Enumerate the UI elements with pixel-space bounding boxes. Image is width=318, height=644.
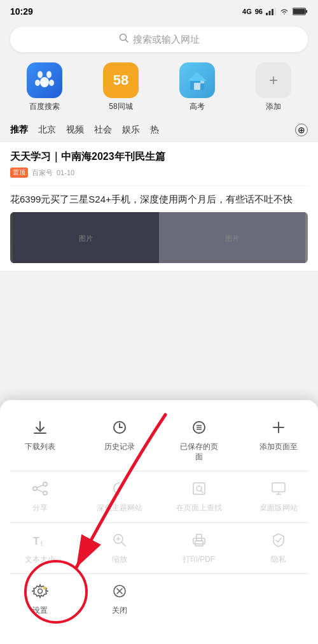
privacy-icon (270, 532, 287, 551)
quick-links: 百度搜索 58 58同城 高考 + 添加 (0, 59, 318, 118)
settings-icon (32, 583, 48, 602)
menu-share[interactable]: 分享 (0, 471, 80, 522)
tab-beijing[interactable]: 北京 (38, 124, 56, 136)
menu-add-page[interactable]: 添加页面至 (238, 410, 318, 471)
menu-close[interactable]: 关闭 (80, 574, 159, 625)
print-icon (191, 532, 207, 551)
add-icon: + (256, 62, 291, 98)
menu-privacy[interactable]: 隐私 (238, 523, 318, 574)
gaokao-icon (179, 62, 215, 98)
news-image-2: 图片图片 (10, 212, 308, 263)
58-icon: 58 (103, 62, 139, 98)
zoom-label: 缩放 (112, 555, 127, 565)
58-label: 58同城 (109, 101, 132, 112)
svg-line-8 (125, 40, 128, 43)
tab-video[interactable]: 视频 (66, 124, 84, 136)
bottom-menu: 下载列表 历史记录 已保存的页面 添加页面至 分享 (0, 400, 318, 644)
svg-rect-39 (272, 483, 285, 492)
news-item-2[interactable]: 花6399元买了三星S24+手机，深度使用两个月后，有些话不吐不快 图片图片 (10, 185, 308, 263)
svg-text:t: t (41, 540, 43, 547)
news-meta-1: 置顶 百家号 01-10 (10, 168, 308, 178)
svg-point-12 (49, 80, 54, 86)
status-icons: 4G 96 (242, 8, 308, 15)
svg-rect-2 (272, 9, 273, 15)
zoom-icon (111, 532, 128, 551)
add-page-label: 添加页面至 (259, 442, 298, 452)
desktop-site-icon (270, 480, 287, 499)
desktop-site-label: 桌面版网站 (259, 503, 298, 513)
menu-saved-pages[interactable]: 已保存的页面 (159, 410, 238, 471)
saved-pages-icon (191, 419, 207, 438)
svg-line-38 (201, 490, 203, 492)
gaokao-label: 高考 (190, 101, 205, 112)
quick-link-add[interactable]: + 添加 (248, 62, 299, 112)
svg-line-35 (37, 490, 43, 492)
menu-row-2: 分享 深色主题网站 在页面上查找 桌面版网站 (0, 471, 318, 522)
svg-rect-49 (197, 534, 202, 541)
menu-zoom[interactable]: 缩放 (80, 523, 159, 574)
tab-entertainment[interactable]: 娱乐 (122, 124, 140, 136)
tab-recommend[interactable]: 推荐 (10, 124, 28, 136)
svg-text:图片: 图片 (225, 234, 239, 242)
svg-text:图片: 图片 (79, 234, 93, 242)
category-tabs: 推荐 北京 视频 社会 娱乐 热 ⊕ (0, 118, 318, 142)
download-label: 下载列表 (25, 442, 55, 452)
menu-desktop-site[interactable]: 桌面版网站 (238, 471, 318, 522)
menu-history[interactable]: 历史记录 (80, 410, 159, 471)
dark-theme-label: 深色主题网站 (97, 503, 142, 513)
dark-theme-icon (111, 480, 128, 499)
menu-text-size[interactable]: Tt 文本大小 (0, 523, 80, 574)
search-bar[interactable]: 搜索或输入网址 (10, 27, 308, 52)
svg-marker-15 (188, 72, 207, 81)
svg-point-31 (33, 487, 37, 490)
search-icon (119, 33, 129, 46)
tab-more[interactable]: ⊕ (295, 124, 308, 136)
share-icon (32, 480, 48, 499)
signal-icon (266, 8, 276, 15)
search-placeholder: 搜索或输入网址 (133, 34, 200, 46)
svg-text:T: T (33, 536, 39, 547)
close-label: 关闭 (112, 606, 127, 616)
baidu-icon (27, 62, 62, 98)
menu-settings[interactable]: 设置 (0, 574, 80, 625)
menu-empty (159, 574, 318, 625)
add-label: 添加 (266, 101, 281, 112)
find-in-page-label: 在页面上查找 (176, 503, 222, 513)
menu-row-1: 下载列表 历史记录 已保存的页面 添加页面至 (0, 410, 318, 471)
status-bar: 10:29 4G 96 (0, 0, 318, 23)
menu-dark-theme[interactable]: 深色主题网站 (80, 471, 159, 522)
history-icon (111, 419, 128, 438)
saved-pages-label: 已保存的页面 (177, 442, 221, 462)
wifi-icon (279, 8, 289, 15)
tab-hot[interactable]: 热 (150, 124, 159, 136)
find-in-page-icon (191, 480, 207, 499)
news-tag-1: 置顶 (10, 168, 28, 178)
battery-icon (293, 8, 308, 15)
svg-rect-17 (200, 81, 204, 83)
news-title-1: 天天学习｜中南海2023年刊民生篇 (10, 150, 308, 164)
svg-rect-5 (293, 9, 305, 15)
quick-link-58[interactable]: 58 58同城 (95, 62, 146, 112)
svg-point-13 (40, 77, 49, 87)
menu-find-in-page[interactable]: 在页面上查找 (159, 471, 238, 522)
news-source-1: 百家号 (32, 168, 53, 178)
news-item-1[interactable]: 天天学习｜中南海2023年刊民生篇 置顶 百家号 01-10 (10, 150, 308, 178)
svg-point-32 (43, 482, 47, 486)
svg-line-45 (121, 542, 125, 546)
svg-rect-48 (195, 541, 203, 546)
svg-point-33 (43, 491, 47, 495)
svg-rect-3 (275, 8, 277, 15)
privacy-label: 隐私 (271, 555, 286, 565)
menu-print[interactable]: 打印/PDF (159, 523, 238, 574)
share-label: 分享 (32, 503, 48, 513)
quick-link-baidu[interactable]: 百度搜索 (19, 62, 70, 112)
history-label: 历史记录 (104, 442, 135, 452)
svg-point-52 (43, 587, 46, 590)
menu-download[interactable]: 下载列表 (0, 410, 80, 471)
svg-rect-1 (269, 11, 271, 15)
close-icon (111, 583, 128, 602)
text-size-label: 文本大小 (25, 555, 55, 565)
tab-society[interactable]: 社会 (94, 124, 112, 136)
quick-link-gaokao[interactable]: 高考 (172, 62, 223, 112)
add-page-icon (270, 419, 287, 438)
